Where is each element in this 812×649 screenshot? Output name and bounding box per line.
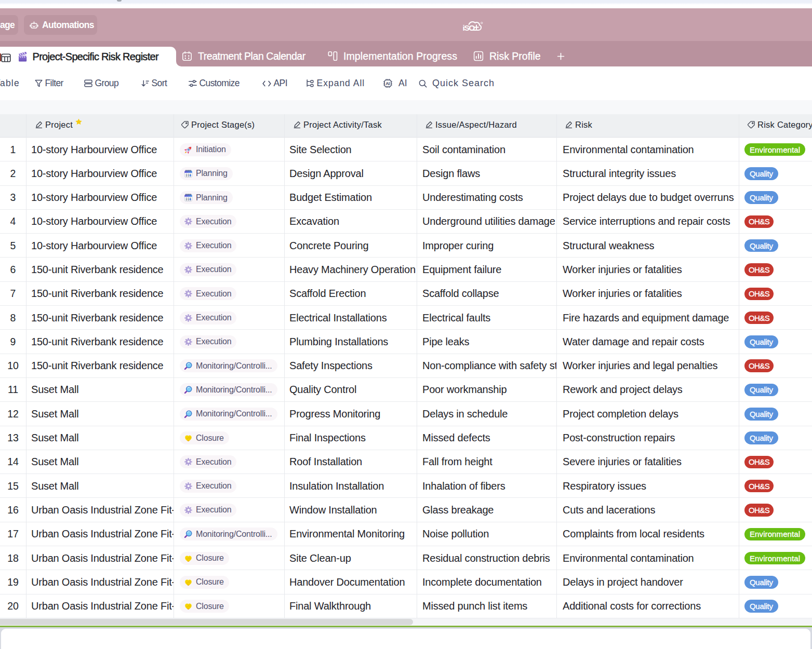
svg-text:AI: AI — [385, 81, 390, 86]
